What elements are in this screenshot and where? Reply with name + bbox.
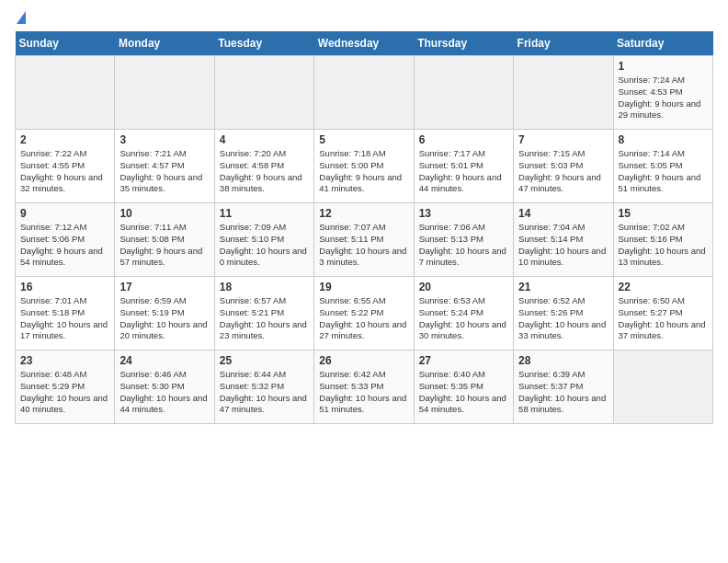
day-info: Sunrise: 7:17 AM Sunset: 5:01 PM Dayligh… bbox=[419, 148, 508, 195]
weekday-header-sunday: Sunday bbox=[16, 31, 115, 56]
day-number: 13 bbox=[419, 207, 508, 220]
day-info: Sunrise: 6:42 AM Sunset: 5:33 PM Dayligh… bbox=[319, 369, 408, 416]
day-info: Sunrise: 6:57 AM Sunset: 5:21 PM Dayligh… bbox=[220, 295, 309, 342]
calendar-cell: 18Sunrise: 6:57 AM Sunset: 5:21 PM Dayli… bbox=[214, 277, 313, 350]
calendar-cell: 2Sunrise: 7:22 AM Sunset: 4:55 PM Daylig… bbox=[16, 130, 115, 203]
day-number: 5 bbox=[319, 133, 408, 146]
day-number: 6 bbox=[419, 133, 508, 146]
day-number: 25 bbox=[220, 354, 309, 367]
day-number: 22 bbox=[619, 281, 708, 293]
calendar-week-row: 1Sunrise: 7:24 AM Sunset: 4:53 PM Daylig… bbox=[16, 56, 713, 130]
day-info: Sunrise: 7:14 AM Sunset: 5:05 PM Dayligh… bbox=[619, 148, 708, 195]
calendar-cell bbox=[514, 56, 613, 130]
calendar-cell: 22Sunrise: 6:50 AM Sunset: 5:27 PM Dayli… bbox=[613, 277, 712, 350]
calendar-cell: 12Sunrise: 7:07 AM Sunset: 5:11 PM Dayli… bbox=[314, 203, 414, 277]
day-number: 27 bbox=[419, 354, 508, 367]
day-number: 26 bbox=[319, 354, 408, 367]
calendar-cell: 17Sunrise: 6:59 AM Sunset: 5:19 PM Dayli… bbox=[115, 277, 214, 350]
calendar-cell: 5Sunrise: 7:18 AM Sunset: 5:00 PM Daylig… bbox=[314, 130, 414, 203]
weekday-header-row: SundayMondayTuesdayWednesdayThursdayFrid… bbox=[16, 31, 713, 56]
day-number: 21 bbox=[518, 281, 608, 293]
day-number: 19 bbox=[319, 281, 408, 293]
day-info: Sunrise: 7:20 AM Sunset: 4:58 PM Dayligh… bbox=[220, 148, 309, 195]
calendar-cell bbox=[613, 350, 712, 424]
calendar-cell: 23Sunrise: 6:48 AM Sunset: 5:29 PM Dayli… bbox=[16, 350, 115, 424]
day-info: Sunrise: 6:59 AM Sunset: 5:19 PM Dayligh… bbox=[119, 295, 209, 342]
calendar-cell: 25Sunrise: 6:44 AM Sunset: 5:32 PM Dayli… bbox=[214, 350, 313, 424]
day-info: Sunrise: 7:22 AM Sunset: 4:55 PM Dayligh… bbox=[20, 148, 109, 195]
calendar-cell: 13Sunrise: 7:06 AM Sunset: 5:13 PM Dayli… bbox=[414, 203, 513, 277]
day-info: Sunrise: 6:50 AM Sunset: 5:27 PM Dayligh… bbox=[619, 295, 708, 342]
day-number: 20 bbox=[419, 281, 508, 293]
day-info: Sunrise: 6:55 AM Sunset: 5:22 PM Dayligh… bbox=[319, 295, 408, 342]
day-number: 14 bbox=[518, 207, 608, 220]
day-number: 8 bbox=[619, 133, 708, 146]
weekday-header-wednesday: Wednesday bbox=[314, 31, 414, 56]
day-info: Sunrise: 7:09 AM Sunset: 5:10 PM Dayligh… bbox=[220, 222, 309, 269]
day-info: Sunrise: 7:02 AM Sunset: 5:16 PM Dayligh… bbox=[619, 222, 708, 269]
weekday-header-tuesday: Tuesday bbox=[214, 31, 313, 56]
calendar-cell: 14Sunrise: 7:04 AM Sunset: 5:14 PM Dayli… bbox=[514, 203, 613, 277]
day-number: 15 bbox=[619, 207, 708, 220]
calendar-cell bbox=[414, 56, 513, 130]
day-info: Sunrise: 7:18 AM Sunset: 5:00 PM Dayligh… bbox=[319, 148, 408, 195]
day-info: Sunrise: 7:24 AM Sunset: 4:53 PM Dayligh… bbox=[619, 75, 708, 121]
day-info: Sunrise: 7:21 AM Sunset: 4:57 PM Dayligh… bbox=[119, 148, 209, 195]
calendar-cell: 16Sunrise: 7:01 AM Sunset: 5:18 PM Dayli… bbox=[16, 277, 115, 350]
day-info: Sunrise: 6:44 AM Sunset: 5:32 PM Dayligh… bbox=[220, 369, 309, 416]
calendar-cell: 7Sunrise: 7:15 AM Sunset: 5:03 PM Daylig… bbox=[514, 130, 613, 203]
day-info: Sunrise: 6:53 AM Sunset: 5:24 PM Dayligh… bbox=[419, 295, 508, 342]
calendar-cell: 27Sunrise: 6:40 AM Sunset: 5:35 PM Dayli… bbox=[414, 350, 513, 424]
weekday-header-saturday: Saturday bbox=[613, 31, 712, 56]
calendar-cell: 20Sunrise: 6:53 AM Sunset: 5:24 PM Dayli… bbox=[414, 277, 513, 350]
day-info: Sunrise: 7:01 AM Sunset: 5:18 PM Dayligh… bbox=[20, 295, 109, 342]
calendar-week-row: 9Sunrise: 7:12 AM Sunset: 5:06 PM Daylig… bbox=[16, 203, 713, 277]
calendar-table: SundayMondayTuesdayWednesdayThursdayFrid… bbox=[15, 31, 713, 424]
day-info: Sunrise: 6:39 AM Sunset: 5:37 PM Dayligh… bbox=[518, 369, 608, 416]
calendar-cell: 15Sunrise: 7:02 AM Sunset: 5:16 PM Dayli… bbox=[613, 203, 712, 277]
weekday-header-monday: Monday bbox=[115, 31, 214, 56]
calendar-cell bbox=[214, 56, 313, 130]
day-number: 18 bbox=[220, 281, 309, 293]
calendar-week-row: 2Sunrise: 7:22 AM Sunset: 4:55 PM Daylig… bbox=[16, 130, 713, 203]
calendar-cell: 4Sunrise: 7:20 AM Sunset: 4:58 PM Daylig… bbox=[214, 130, 313, 203]
logo bbox=[15, 15, 26, 24]
day-number: 23 bbox=[20, 354, 109, 367]
day-number: 16 bbox=[20, 281, 109, 293]
calendar-cell: 19Sunrise: 6:55 AM Sunset: 5:22 PM Dayli… bbox=[314, 277, 414, 350]
day-info: Sunrise: 6:48 AM Sunset: 5:29 PM Dayligh… bbox=[20, 369, 109, 416]
weekday-header-thursday: Thursday bbox=[414, 31, 513, 56]
calendar-cell: 1Sunrise: 7:24 AM Sunset: 4:53 PM Daylig… bbox=[613, 56, 712, 130]
calendar-cell: 9Sunrise: 7:12 AM Sunset: 5:06 PM Daylig… bbox=[16, 203, 115, 277]
day-number: 4 bbox=[220, 133, 309, 146]
calendar-cell bbox=[115, 56, 214, 130]
day-info: Sunrise: 7:11 AM Sunset: 5:08 PM Dayligh… bbox=[119, 222, 209, 269]
calendar-cell bbox=[314, 56, 414, 130]
calendar-cell bbox=[16, 56, 115, 130]
calendar-cell: 10Sunrise: 7:11 AM Sunset: 5:08 PM Dayli… bbox=[115, 203, 214, 277]
day-number: 7 bbox=[518, 133, 608, 146]
calendar-cell: 8Sunrise: 7:14 AM Sunset: 5:05 PM Daylig… bbox=[613, 130, 712, 203]
day-number: 1 bbox=[619, 60, 708, 73]
weekday-header-friday: Friday bbox=[514, 31, 613, 56]
day-info: Sunrise: 6:40 AM Sunset: 5:35 PM Dayligh… bbox=[419, 369, 508, 416]
day-number: 17 bbox=[119, 281, 209, 293]
calendar-cell: 21Sunrise: 6:52 AM Sunset: 5:26 PM Dayli… bbox=[514, 277, 613, 350]
day-number: 9 bbox=[20, 207, 109, 220]
day-info: Sunrise: 7:04 AM Sunset: 5:14 PM Dayligh… bbox=[518, 222, 608, 269]
day-info: Sunrise: 6:46 AM Sunset: 5:30 PM Dayligh… bbox=[119, 369, 209, 416]
day-number: 28 bbox=[518, 354, 608, 367]
day-number: 10 bbox=[119, 207, 209, 220]
day-info: Sunrise: 7:06 AM Sunset: 5:13 PM Dayligh… bbox=[419, 222, 508, 269]
day-number: 24 bbox=[119, 354, 209, 367]
day-info: Sunrise: 7:15 AM Sunset: 5:03 PM Dayligh… bbox=[518, 148, 608, 195]
calendar-cell: 3Sunrise: 7:21 AM Sunset: 4:57 PM Daylig… bbox=[115, 130, 214, 203]
day-info: Sunrise: 6:52 AM Sunset: 5:26 PM Dayligh… bbox=[518, 295, 608, 342]
calendar-week-row: 23Sunrise: 6:48 AM Sunset: 5:29 PM Dayli… bbox=[16, 350, 713, 424]
calendar-cell: 26Sunrise: 6:42 AM Sunset: 5:33 PM Dayli… bbox=[314, 350, 414, 424]
day-number: 11 bbox=[220, 207, 309, 220]
page-header bbox=[15, 15, 713, 24]
day-number: 12 bbox=[319, 207, 408, 220]
day-info: Sunrise: 7:07 AM Sunset: 5:11 PM Dayligh… bbox=[319, 222, 408, 269]
calendar-cell: 6Sunrise: 7:17 AM Sunset: 5:01 PM Daylig… bbox=[414, 130, 513, 203]
